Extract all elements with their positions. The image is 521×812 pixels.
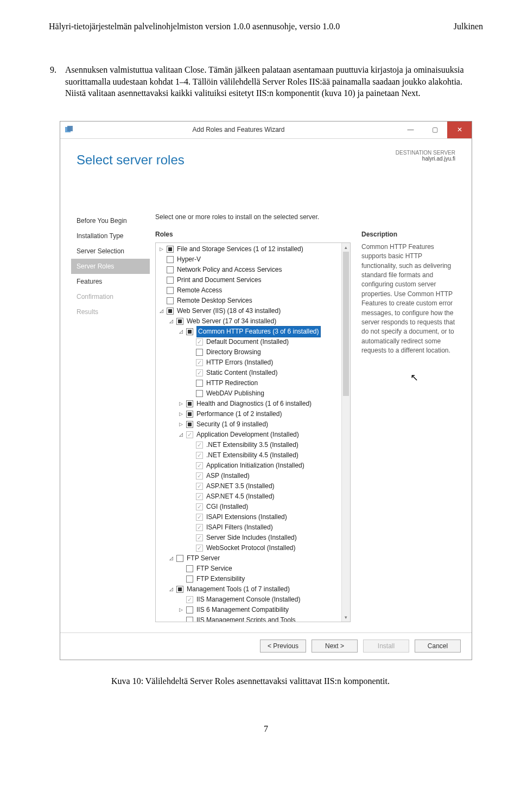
wizard-step[interactable]: Results xyxy=(71,304,150,319)
expand-icon[interactable]: ▷ xyxy=(177,411,184,417)
expand-icon[interactable]: ▷ xyxy=(177,421,184,427)
tree-row[interactable]: ◿Web Server (17 of 34 installed) xyxy=(156,316,340,327)
tree-row[interactable]: CGI (Installed) xyxy=(156,502,340,512)
maximize-button[interactable]: ▢ xyxy=(423,122,447,138)
checkbox[interactable] xyxy=(186,617,193,622)
checkbox[interactable] xyxy=(167,308,174,315)
collapse-icon[interactable]: ◿ xyxy=(177,431,184,438)
tree-row[interactable]: ▷IIS 6 Management Compatibility xyxy=(156,605,340,615)
checkbox[interactable] xyxy=(196,503,203,510)
checkbox[interactable] xyxy=(196,534,203,541)
checkbox[interactable] xyxy=(176,318,183,325)
checkbox[interactable] xyxy=(186,565,193,572)
install-button[interactable]: Install xyxy=(363,640,409,653)
checkbox[interactable] xyxy=(176,555,183,562)
collapse-icon[interactable]: ◿ xyxy=(158,308,164,314)
checkbox[interactable] xyxy=(186,606,193,613)
checkbox[interactable] xyxy=(196,452,203,459)
checkbox[interactable] xyxy=(167,297,174,304)
tree-row[interactable]: .NET Extensibility 4.5 (Installed) xyxy=(156,450,340,461)
checkbox[interactable] xyxy=(186,576,193,583)
tree-row[interactable]: Default Document (Installed) xyxy=(156,337,340,347)
checkbox[interactable] xyxy=(167,256,174,263)
checkbox[interactable] xyxy=(196,338,203,346)
checkbox[interactable] xyxy=(186,411,193,418)
scroll-up-icon[interactable]: ▴ xyxy=(342,243,350,252)
wizard-step[interactable]: Installation Type xyxy=(71,228,150,244)
tree-row[interactable]: ◿Management Tools (1 of 7 installed) xyxy=(156,584,340,594)
checkbox[interactable] xyxy=(167,287,174,294)
tree-row[interactable]: Static Content (Installed) xyxy=(156,368,340,378)
checkbox[interactable] xyxy=(196,524,203,531)
tree-row[interactable]: WebSocket Protocol (Installed) xyxy=(156,543,340,553)
tree-row[interactable]: Print and Document Services xyxy=(156,275,340,285)
checkbox[interactable] xyxy=(196,349,203,356)
tree-row[interactable]: ▷File and Storage Services (1 of 12 inst… xyxy=(156,244,340,254)
checkbox[interactable] xyxy=(196,514,203,521)
checkbox[interactable] xyxy=(196,390,203,397)
checkbox[interactable] xyxy=(186,400,193,407)
tree-row[interactable]: ASP.NET 4.5 (Installed) xyxy=(156,491,340,502)
scrollbar[interactable]: ▴ ▾ xyxy=(341,243,350,622)
tree-row[interactable]: .NET Extensibility 3.5 (Installed) xyxy=(156,440,340,450)
checkbox[interactable] xyxy=(186,431,193,438)
tree-row[interactable]: ◿Application Development (Installed) xyxy=(156,430,340,440)
tree-row[interactable]: ◿Common HTTP Features (3 of 6 installed) xyxy=(156,327,340,337)
checkbox[interactable] xyxy=(196,359,203,366)
checkbox[interactable] xyxy=(196,442,203,449)
tree-row[interactable]: Network Policy and Access Services xyxy=(156,265,340,275)
checkbox[interactable] xyxy=(186,328,193,335)
tree-row[interactable]: IIS Management Console (Installed) xyxy=(156,594,340,605)
checkbox[interactable] xyxy=(186,421,193,428)
wizard-step[interactable]: Before You Begin xyxy=(71,213,150,228)
tree-row[interactable]: FTP Service xyxy=(156,564,340,574)
tree-row[interactable]: Remote Desktop Services xyxy=(156,296,340,306)
checkbox[interactable] xyxy=(196,380,203,387)
tree-row[interactable]: ASP (Installed) xyxy=(156,471,340,481)
checkbox[interactable] xyxy=(176,586,183,593)
next-button[interactable]: Next > xyxy=(312,640,358,653)
tree-row[interactable]: ▷Health and Diagnostics (1 of 6 installe… xyxy=(156,399,340,409)
collapse-icon[interactable]: ◿ xyxy=(168,586,174,592)
wizard-step[interactable]: Server Selection xyxy=(71,244,150,259)
tree-row[interactable]: IIS Management Scripts and Tools xyxy=(156,615,340,622)
checkbox[interactable] xyxy=(196,369,203,376)
wizard-step[interactable]: Confirmation xyxy=(71,289,150,304)
collapse-icon[interactable]: ◿ xyxy=(168,318,174,324)
expand-icon[interactable]: ▷ xyxy=(177,606,184,613)
tree-row[interactable]: Hyper-V xyxy=(156,254,340,265)
tree-row[interactable]: ◿Web Server (IIS) (18 of 43 installed) xyxy=(156,306,340,316)
scroll-thumb[interactable] xyxy=(343,252,349,396)
tree-row[interactable]: ▷Security (1 of 9 installed) xyxy=(156,419,340,430)
tree-row[interactable]: HTTP Errors (Installed) xyxy=(156,357,340,368)
checkbox[interactable] xyxy=(196,493,203,500)
collapse-icon[interactable]: ◿ xyxy=(177,328,184,335)
previous-button[interactable]: < Previous xyxy=(260,640,306,653)
tree-row[interactable]: HTTP Redirection xyxy=(156,378,340,388)
minimize-button[interactable]: — xyxy=(398,122,423,138)
tree-row[interactable]: Server Side Includes (Installed) xyxy=(156,533,340,543)
tree-row[interactable]: Application Initialization (Installed) xyxy=(156,461,340,471)
close-button[interactable]: ✕ xyxy=(447,122,472,138)
tree-row[interactable]: FTP Extensibility xyxy=(156,574,340,584)
tree-row[interactable]: Directory Browsing xyxy=(156,347,340,357)
titlebar[interactable]: Add Roles and Features Wizard — ▢ ✕ xyxy=(60,122,472,139)
checkbox[interactable] xyxy=(196,483,203,490)
roles-tree-box[interactable]: ▷File and Storage Services (1 of 12 inst… xyxy=(155,242,351,622)
wizard-step[interactable]: Server Roles xyxy=(71,259,150,274)
checkbox[interactable] xyxy=(196,545,203,552)
tree-row[interactable]: ISAPI Filters (Installed) xyxy=(156,522,340,533)
tree-row[interactable]: ASP.NET 3.5 (Installed) xyxy=(156,481,340,491)
checkbox[interactable] xyxy=(186,596,193,603)
checkbox[interactable] xyxy=(167,277,174,284)
collapse-icon[interactable]: ◿ xyxy=(168,555,174,561)
roles-tree[interactable]: ▷File and Storage Services (1 of 12 inst… xyxy=(156,244,350,622)
tree-row[interactable]: ISAPI Extensions (Installed) xyxy=(156,512,340,522)
checkbox[interactable] xyxy=(167,246,174,253)
tree-row[interactable]: WebDAV Publishing xyxy=(156,388,340,399)
cancel-button[interactable]: Cancel xyxy=(415,640,461,653)
expand-icon[interactable]: ▷ xyxy=(158,246,164,252)
tree-row[interactable]: ▷Performance (1 of 2 installed) xyxy=(156,409,340,419)
scroll-down-icon[interactable]: ▾ xyxy=(342,613,350,622)
checkbox[interactable] xyxy=(167,266,174,273)
